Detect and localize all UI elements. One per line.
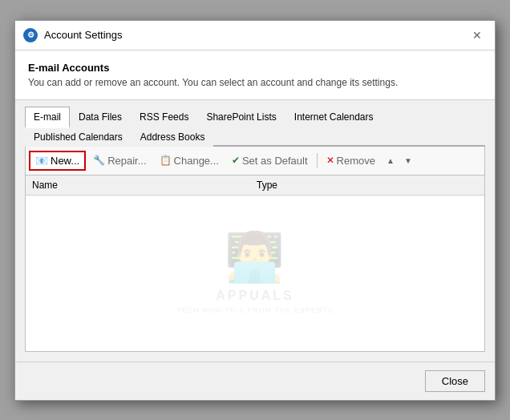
set-default-button[interactable]: ✔ Set as Default <box>226 151 314 170</box>
title-bar: ⚙ Account Settings ✕ <box>15 21 495 50</box>
col-type-header: Type <box>250 178 484 192</box>
set-default-label: Set as Default <box>242 155 308 167</box>
toolbar: 📧 New... 🔧 Repair... 📋 Change... ✔ Set a… <box>25 147 485 176</box>
close-dialog-button[interactable]: Close <box>425 370 485 392</box>
repair-label: Repair... <box>107 155 146 167</box>
header-title: E-mail Accounts <box>28 62 482 74</box>
tab-internet-calendars[interactable]: Internet Calendars <box>285 107 382 128</box>
new-label: New... <box>51 155 79 167</box>
dialog-title: Account Settings <box>44 29 123 41</box>
tab-email[interactable]: E-mail <box>25 107 70 128</box>
col-name-header: Name <box>26 178 250 192</box>
watermark-appuals: APPUALS <box>216 289 293 303</box>
change-label: Change... <box>174 155 219 167</box>
move-up-button[interactable]: ▲ <box>382 154 399 168</box>
watermark: 👨‍💻 APPUALS TECH HOW-TO'S FROM THE EXPER… <box>26 196 484 348</box>
change-icon: 📋 <box>160 155 172 166</box>
watermark-tagline: TECH HOW-TO'S FROM THE EXPERTS <box>176 306 334 314</box>
new-button[interactable]: 📧 New... <box>29 151 86 171</box>
toolbar-separator <box>317 153 318 168</box>
checkmark-icon: ✔ <box>232 155 240 166</box>
app-icon: ⚙ <box>23 28 38 42</box>
move-down-button[interactable]: ▼ <box>400 154 416 168</box>
account-settings-dialog: ⚙ Account Settings ✕ E-mail Accounts You… <box>14 20 496 401</box>
repair-button[interactable]: 🔧 Repair... <box>87 151 152 170</box>
remove-icon: ✕ <box>326 155 334 166</box>
title-bar-left: ⚙ Account Settings <box>23 28 123 42</box>
tab-published-calendars[interactable]: Published Calendars <box>25 127 132 147</box>
header-section: E-mail Accounts You can add or remove an… <box>15 50 495 100</box>
watermark-inner: 👨‍💻 APPUALS TECH HOW-TO'S FROM THE EXPER… <box>176 228 334 314</box>
repair-icon: 🔧 <box>93 155 105 166</box>
list-body: 👨‍💻 APPUALS TECH HOW-TO'S FROM THE EXPER… <box>26 196 484 348</box>
tab-sharepoint-lists[interactable]: SharePoint Lists <box>197 107 285 128</box>
watermark-figure: 👨‍💻 <box>225 228 285 285</box>
list-header: Name Type <box>26 176 484 196</box>
change-button[interactable]: 📋 Change... <box>154 151 225 170</box>
tabs-container: E-mail Data Files RSS Feeds SharePoint L… <box>25 107 485 147</box>
tab-rss-feeds[interactable]: RSS Feeds <box>131 107 197 128</box>
tab-data-files[interactable]: Data Files <box>70 107 131 128</box>
window-close-button[interactable]: ✕ <box>469 27 485 43</box>
remove-button[interactable]: ✕ Remove <box>321 151 381 170</box>
accounts-list: Name Type 👨‍💻 APPUALS TECH HOW-TO'S FROM… <box>25 176 485 352</box>
remove-label: Remove <box>337 155 375 167</box>
dialog-footer: Close <box>15 361 495 400</box>
header-description: You can add or remove an account. You ca… <box>28 77 482 88</box>
tab-address-books[interactable]: Address Books <box>132 127 214 147</box>
content-area: E-mail Data Files RSS Feeds SharePoint L… <box>15 100 495 361</box>
new-icon: 📧 <box>35 155 48 167</box>
